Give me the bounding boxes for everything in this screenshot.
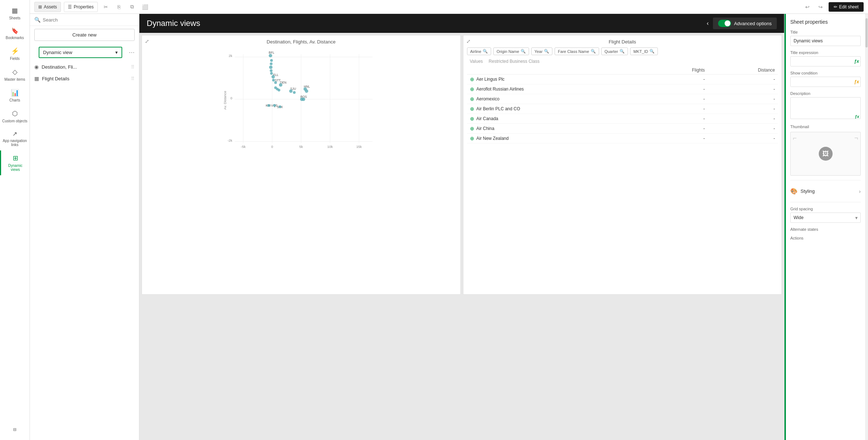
description-area: ƒx [790,97,861,120]
edit-icon: ✏ [834,4,837,9]
plus-icon[interactable]: ⊕ [470,76,474,82]
thumbnail-upload-icon[interactable]: 🖼 [819,147,833,161]
plus-icon[interactable]: ⊕ [470,116,474,122]
description-fx-button[interactable]: ƒx [855,114,859,119]
plus-icon[interactable]: ⊕ [470,135,474,141]
svg-text:2k: 2k [229,54,232,58]
search-input[interactable] [43,17,135,23]
svg-point-37 [293,91,296,93]
quarter-label: Quarter [605,49,618,54]
charts-icon: 📊 [11,89,19,97]
list-item[interactable]: ▦ Flight Details ⠿ [30,73,139,84]
thumbnail-area[interactable]: ⌐ ¬ 🖼 [790,132,861,176]
advanced-options-toggle[interactable]: Advanced options [713,18,777,29]
sidebar-item-label: Sheets [9,16,20,20]
sidebar-item-sheets[interactable]: ▦ Sheets [0,3,30,24]
svg-point-26 [271,75,275,79]
assets-search-bar: 🔍 [30,14,139,26]
grid-spacing-label: Grid spacing [790,207,861,211]
filter-quarter[interactable]: Quarter 🔍 [601,47,628,55]
title-label: Title [790,30,861,34]
edit-sheet-label: Edit sheet [839,4,859,9]
title-expression-fx-button[interactable]: ƒx [851,57,862,65]
cut-button[interactable]: ✂ [101,2,111,12]
show-condition-label: Show condition [790,71,861,75]
list-item[interactable]: ◉ Destination, Fli... ⠿ [30,61,139,73]
plus-icon[interactable]: ⊕ [470,86,474,92]
airline-name-cell: ⊕ Air New Zealand [467,134,651,144]
svg-point-46 [279,106,281,108]
sidebar-item-bottom[interactable]: ⊟ [11,424,19,436]
scatter-chart-title: Destination, Flights, Av. Distance [146,39,457,45]
custom-objects-icon: ⬡ [12,110,18,118]
back-button[interactable]: ‹ [703,18,713,28]
sidebar-item-master-items[interactable]: ◇ Master items [0,64,30,85]
grid-spacing-select[interactable]: Wide Medium Narrow [790,213,861,223]
sidebar-item-label: Bookmarks [5,36,24,40]
assets-icon: ⊞ [38,4,42,9]
sidebar-item-label: Dynamic views [3,164,27,172]
title-expression-field: ƒx [790,56,861,66]
styling-chevron-icon: › [859,188,861,194]
distance-cell: - [708,104,778,114]
origin-label: Origin Name [497,49,519,54]
more-options-button[interactable]: ⋯ [129,49,135,56]
divider [790,180,861,180]
sidebar-item-custom-objects[interactable]: ⬡ Custom objects [0,106,30,127]
airline-name-cell: ⊕ Aer Lingus Plc [467,74,651,84]
filter-airline[interactable]: Airline 🔍 [467,47,491,55]
filter-mkt-id[interactable]: MKT_ID 🔍 [630,47,658,55]
drag-handle-icon: ⠿ [131,64,135,70]
svg-text:15k: 15k [356,145,362,149]
fare-class-search-icon: 🔍 [591,49,596,54]
scroll-thumb[interactable] [865,18,868,47]
title-input[interactable] [790,36,861,46]
plus-icon[interactable]: ⊕ [470,96,474,102]
distance-cell: - [708,94,778,104]
show-condition-fx-button[interactable]: ƒx [851,78,862,86]
sidebar-item-dynamic-views[interactable]: ⊞ Dynamic views [0,150,30,175]
plus-icon[interactable]: ⊕ [470,126,474,131]
toggle-switch[interactable] [718,20,731,27]
sidebar-item-charts[interactable]: 📊 Charts [0,85,30,106]
properties-tab[interactable]: ☰ Properties [64,2,98,12]
paste-button[interactable]: ⧉ [127,2,137,12]
filter-origin[interactable]: Origin Name 🔍 [493,47,529,55]
sidebar-item-bookmarks[interactable]: 🔖 Bookmarks [0,24,30,43]
title-expression-input[interactable] [791,57,851,66]
svg-point-20 [270,59,273,62]
sidebar-item-app-nav[interactable]: ↗ App navigation links [0,127,30,150]
show-condition-input[interactable] [791,77,851,87]
content-main: Dynamic views ‹ Advanced options ⤢ Desti… [139,14,784,440]
dynamic-view-dropdown[interactable]: Dynamic view ▾ [39,47,122,58]
undo-button[interactable]: ↩ [802,2,813,12]
expand-flight-icon[interactable]: ⤢ [466,38,471,44]
edit-sheet-button[interactable]: ✏ Edit sheet [829,2,864,12]
filter-year[interactable]: Year 🔍 [531,47,552,55]
sidebar-item-fields[interactable]: ⚡ Fields [0,43,30,64]
scatter-svg: 2k 0 -2k Av. Distance -5k 0 5k 10k 15k [146,47,457,150]
redo-button[interactable]: ↪ [815,2,826,12]
delete-button[interactable]: ⬜ [140,2,150,12]
airline-text: Aer Lingus Plc [477,77,505,82]
dropdown-label: Dynamic view [43,50,72,55]
assets-tab[interactable]: ⊞ Assets [34,2,61,12]
svg-text:0: 0 [271,145,273,149]
description-input[interactable] [790,97,861,119]
advanced-options-label: Advanced options [734,21,772,26]
create-new-button[interactable]: Create new [34,29,135,41]
values-label: Values [467,58,486,65]
grid-spacing-select-wrapper: Wide Medium Narrow ▾ [790,213,861,223]
bottom-icon: ⊟ [13,427,16,432]
styling-row[interactable]: 🎨 Styling › [790,185,861,198]
expand-chart-icon[interactable]: ⤢ [145,38,149,44]
svg-point-42 [267,104,270,107]
filter-fare-class[interactable]: Fare Class Name 🔍 [555,47,599,55]
flights-cell: - [650,104,707,114]
mkt-label: MKT_ID [633,49,648,54]
plus-icon[interactable]: ⊕ [470,106,474,112]
properties-icon: ☰ [68,4,72,9]
show-condition-field: ƒx [790,77,861,87]
svg-point-34 [278,89,280,91]
copy-button[interactable]: ⎘ [114,2,124,12]
